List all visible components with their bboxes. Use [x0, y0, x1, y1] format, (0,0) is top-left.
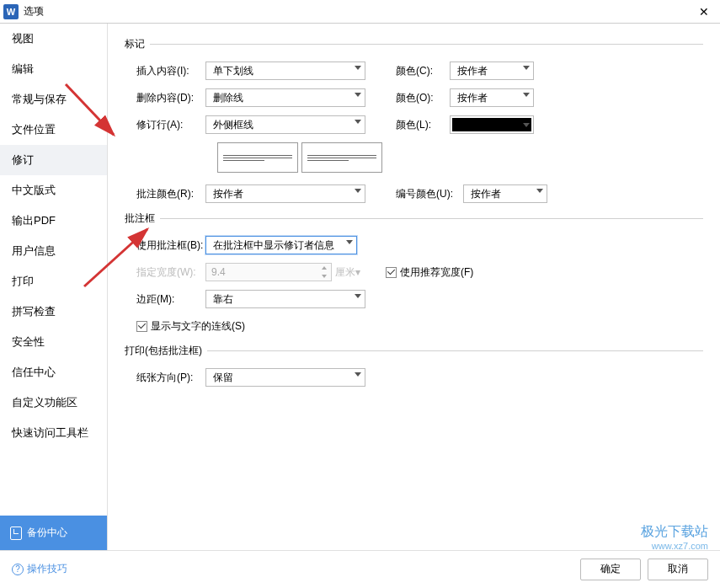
window-title: 选项 — [24, 4, 691, 19]
nav-item-2[interactable]: 常规与保存 — [0, 84, 107, 115]
backup-center-button[interactable]: 备份中心 — [0, 516, 107, 550]
use-balloon-select[interactable]: 在批注框中显示修订者信息 — [205, 236, 357, 254]
line-label: 修订行(A): — [125, 118, 205, 132]
rec-width-checkbox[interactable]: 使用推荐宽度(F) — [386, 265, 473, 280]
colorO-label: 颜色(O): — [391, 91, 450, 105]
question-icon: ? — [12, 564, 24, 575]
tips-link[interactable]: ? 操作技巧 — [12, 562, 67, 576]
insert-label: 插入内容(I): — [125, 64, 205, 78]
preview-left — [217, 142, 298, 173]
app-icon: W — [3, 4, 19, 19]
nav-item-4[interactable]: 修订 — [0, 145, 107, 175]
ok-button[interactable]: 确定 — [580, 559, 641, 580]
nav-item-6[interactable]: 输出PDF — [0, 206, 107, 236]
colorL-swatch[interactable] — [450, 115, 534, 134]
group-print-title: 打印(包括批注框) — [125, 344, 207, 358]
margin-select[interactable]: 靠右 — [205, 290, 365, 308]
nav-item-10[interactable]: 安全性 — [0, 327, 107, 357]
nav-item-0[interactable]: 视图 — [0, 24, 107, 54]
colorC-select[interactable]: 按作者 — [450, 61, 534, 80]
use-balloon-label: 使用批注框(B): — [125, 238, 205, 253]
group-balloon-title: 批注框 — [125, 211, 160, 226]
preview-boxes — [217, 142, 703, 173]
delete-select[interactable]: 删除线 — [205, 88, 365, 107]
nav-item-12[interactable]: 自定义功能区 — [0, 388, 107, 418]
cancel-button[interactable]: 取消 — [648, 559, 708, 580]
nav-item-11[interactable]: 信任中心 — [0, 357, 107, 388]
content-panel: 标记 插入内容(I): 单下划线 颜色(C): 按作者 删除内容(D): 删除线… — [108, 24, 720, 550]
comment-color-select[interactable]: 按作者 — [205, 184, 365, 203]
nav-item-7[interactable]: 用户信息 — [0, 236, 107, 266]
delete-label: 删除内容(D): — [125, 91, 205, 105]
sidebar: 视图编辑常规与保存文件位置修订中文版式输出PDF用户信息打印拼写检查安全性信任中… — [0, 24, 108, 550]
orient-label: 纸张方向(P): — [125, 371, 205, 385]
width-unit: 厘米▾ — [335, 265, 360, 280]
width-label: 指定宽度(W): — [125, 265, 205, 280]
nav-item-13[interactable]: 快速访问工具栏 — [0, 418, 107, 448]
comment-color-label: 批注颜色(R): — [125, 187, 205, 201]
insert-select[interactable]: 单下划线 — [205, 61, 365, 80]
colorC-label: 颜色(C): — [391, 64, 450, 78]
number-color-label: 编号颜色(U): — [391, 187, 463, 201]
preview-right — [301, 142, 382, 173]
line-select[interactable]: 外侧框线 — [205, 115, 365, 134]
nav-item-1[interactable]: 编辑 — [0, 54, 107, 84]
close-button[interactable]: ✕ — [691, 5, 717, 19]
nav-item-3[interactable]: 文件位置 — [0, 115, 107, 145]
nav-item-8[interactable]: 打印 — [0, 266, 107, 297]
show-line-checkbox[interactable]: 显示与文字的连线(S) — [136, 319, 245, 334]
colorL-label: 颜色(L): — [391, 118, 450, 132]
group-marks-title: 标记 — [125, 37, 150, 51]
colorO-select[interactable]: 按作者 — [450, 88, 534, 107]
number-color-select[interactable]: 按作者 — [463, 184, 547, 203]
margin-label: 边距(M): — [125, 292, 205, 307]
nav-item-9[interactable]: 拼写检查 — [0, 297, 107, 327]
backup-icon — [10, 527, 22, 540]
orient-select[interactable]: 保留 — [205, 368, 365, 387]
backup-label: 备份中心 — [27, 526, 67, 540]
width-spinner: 9.4 — [205, 263, 332, 281]
nav-item-5[interactable]: 中文版式 — [0, 175, 107, 206]
